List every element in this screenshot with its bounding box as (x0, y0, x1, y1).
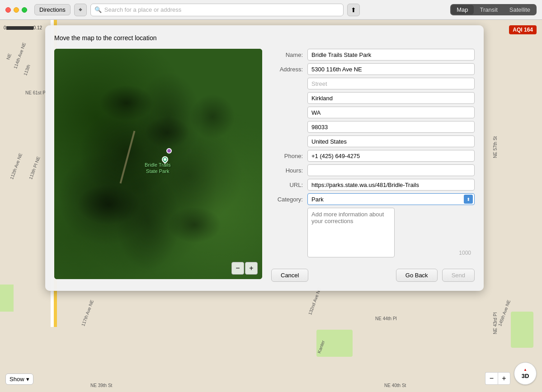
phone-row: Phone: (271, 150, 475, 162)
show-label: Show (9, 376, 24, 383)
minimize-button[interactable] (14, 7, 19, 13)
state-input[interactable] (307, 107, 475, 118)
map-label-112th: 112th Ave NE (9, 153, 23, 180)
panel-overlay: Move the map to the correct location Bri… (45, 25, 484, 291)
notes-row: 1000 (271, 208, 475, 259)
cancel-button[interactable]: Cancel (271, 269, 308, 282)
form-area: Name: Address: (271, 49, 475, 282)
bottom-minus-icon: − (490, 374, 494, 383)
address-input[interactable] (307, 63, 475, 75)
share-icon: ⬆ (351, 6, 356, 14)
category-label: Category: (271, 196, 307, 203)
zoom-out-btn[interactable]: − (231, 262, 244, 275)
buttons-row: Cancel Go Back Send (271, 269, 475, 282)
map-preview[interactable]: Bridle Trails State Park − + (54, 49, 262, 279)
park-map-label: Bridle Trails State Park (145, 162, 170, 175)
hours-input[interactable] (307, 164, 475, 176)
bottom-plus-icon: + (502, 374, 506, 383)
map-zoom-controls: − + (231, 262, 258, 275)
map-label-132nd: 132nd Ave NE (307, 287, 322, 316)
address-label: Address: (271, 66, 307, 73)
aqi-badge: AQI 164 (509, 25, 537, 34)
tree-shadow-1 (99, 85, 154, 121)
tree-shadow-2 (145, 117, 190, 148)
city-row (271, 92, 475, 104)
location-icon: ⌖ (79, 6, 82, 14)
map-label-ne61: NE 61st Pl (25, 90, 47, 95)
threed-area: ▲ 3D (514, 362, 537, 385)
char-count: 1000 (459, 250, 471, 256)
directions-button[interactable]: Directions (34, 4, 71, 15)
close-button[interactable] (5, 7, 11, 13)
panel-body: Bridle Trails State Park − + Name: Addr (54, 49, 475, 282)
tab-satellite[interactable]: Satellite (504, 5, 536, 14)
search-icon: 🔍 (94, 6, 102, 13)
zip-row (271, 121, 475, 133)
notes-textarea[interactable] (307, 208, 395, 257)
tab-transit[interactable]: Transit (475, 5, 503, 14)
zoom-in-btn[interactable]: + (245, 262, 258, 275)
street-row (271, 78, 475, 89)
plus-icon: + (249, 264, 253, 272)
green-area-3 (0, 285, 14, 312)
directions-label: Directions (39, 6, 66, 13)
url-row: URL: (271, 179, 475, 191)
tree-shadow-5 (190, 94, 235, 139)
share-button[interactable]: ⬆ (347, 4, 360, 16)
bottom-zoom-out[interactable]: − (485, 372, 498, 385)
url-label: URL: (271, 182, 307, 188)
threed-button[interactable]: ▲ 3D (514, 362, 537, 385)
address-row: Address: (271, 63, 475, 75)
minus-icon: − (236, 264, 240, 272)
city-input[interactable] (307, 92, 475, 104)
bottom-zoom-in[interactable]: + (498, 372, 510, 385)
scale-label-right: 0.12 (33, 25, 42, 30)
threed-label: 3D (522, 373, 529, 379)
map-label-ne40: NE 40th St (384, 383, 406, 388)
map-type-tabs: Map Transit Satellite (450, 4, 537, 15)
map-label-ne39: NE 39th St (90, 383, 112, 388)
titlebar: Directions ⌖ 🔍 Search for a place or add… (0, 0, 542, 20)
category-row: Category: Park Recreation Area Nature Re… (271, 193, 475, 205)
pin-purple (166, 148, 172, 154)
state-row (271, 107, 475, 118)
bottom-zoom-controls: − + (485, 372, 510, 385)
send-button[interactable]: Send (442, 269, 475, 282)
go-back-button[interactable]: Go Back (396, 269, 438, 282)
zip-input[interactable] (307, 121, 475, 133)
name-input[interactable] (307, 49, 475, 61)
name-label: Name: (271, 51, 307, 58)
tree-shadow-3 (77, 184, 140, 225)
btn-right-group: Go Back Send (396, 269, 475, 282)
traffic-lights (5, 7, 27, 13)
show-button[interactable]: Show ▾ (5, 373, 33, 385)
name-row: Name: (271, 49, 475, 61)
map-label-114th: 114th Ave NE (13, 42, 27, 70)
phone-label: Phone: (271, 153, 307, 159)
search-bar[interactable]: 🔍 Search for a place or address (90, 4, 344, 16)
hours-row: Hours: (271, 164, 475, 176)
maximize-button[interactable] (22, 7, 27, 13)
country-row (271, 135, 475, 147)
map-label-ne57: NE 57th St (493, 136, 498, 158)
street-input[interactable] (307, 78, 475, 89)
scale-bar (6, 26, 33, 30)
url-input[interactable] (307, 179, 475, 191)
category-select[interactable]: Park Recreation Area Nature Reserve Othe… (307, 193, 475, 205)
green-area-2 (511, 312, 533, 348)
tab-map[interactable]: Map (451, 5, 473, 14)
location-button[interactable]: ⌖ (74, 4, 87, 16)
country-input[interactable] (307, 135, 475, 147)
phone-input[interactable] (307, 150, 475, 162)
map-label-117th: 117th Ave NE (80, 299, 94, 327)
notes-wrapper: 1000 (307, 208, 475, 259)
map-label-113th: 113th (23, 64, 31, 76)
map-label-145th: 145th Ave NE (497, 299, 511, 327)
search-placeholder: Search for a place or address (104, 6, 182, 13)
map-label-ne: NE (5, 53, 12, 61)
map-label-ne43: NE 43rd Pl (493, 313, 498, 334)
panel-title: Move the map to the correct location (54, 34, 475, 42)
category-select-wrapper: Park Recreation Area Nature Reserve Othe… (307, 193, 475, 205)
tree-shadow-4 (167, 207, 222, 243)
map-label-113pl: 113th Pl NE (28, 156, 41, 180)
